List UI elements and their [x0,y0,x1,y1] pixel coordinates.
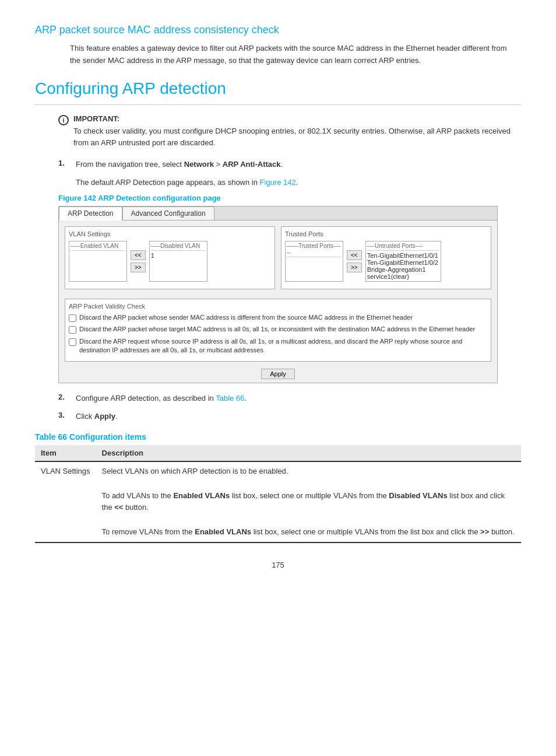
vlan-move-left-btn[interactable]: << [131,250,146,260]
untrusted-ports-listbox[interactable]: ----Untrusted Ports---- Ten-GigabitEther… [365,241,441,282]
arp-ui-body: VLAN Settings -----Enabled VLAN << >> --… [59,220,497,295]
validity-title: ARP Packet Validity Check [69,303,487,310]
untrusted-ports-label: ----Untrusted Ports---- [367,243,439,251]
desc-line-1: Select VLANs on which ARP detection is t… [102,467,288,475]
vlan-move-right-btn[interactable]: >> [131,262,146,272]
important-icon: i [58,115,69,125]
tab-arp-detection[interactable]: ARP Detection [59,206,122,220]
validity-section: ARP Packet Validity Check Discard the AR… [65,299,491,362]
config-table: Item Description VLAN Settings Select VL… [35,445,521,543]
untrusted-port-3: Bridge-Aggregation1 [367,266,439,273]
step-2-text: Configure ARP detection, as described in… [76,393,247,405]
vlan-settings-title: VLAN Settings [69,230,271,237]
validity-text-2: Discard the ARP packet whose target MAC … [79,325,475,334]
vlan-listboxes-row: -----Enabled VLAN << >> -----Disabled VL… [69,241,271,282]
disabled-vlan-item-1: 1 [151,252,206,259]
validity-checkbox-1[interactable] [69,314,76,322]
trusted-ports-title: Trusted Ports [285,230,487,237]
enabled-vlan-label: -----Enabled VLAN [71,243,125,251]
section-divider [35,104,521,105]
step-1-subtext: The default ARP Detection page appears, … [35,177,521,189]
important-label: IMPORTANT: [73,114,521,123]
trusted-ports-listbox[interactable]: ------Trusted Ports------ [285,241,343,282]
figure-142-link[interactable]: Figure 142 [260,178,296,187]
apply-row: Apply [59,365,497,383]
trusted-arrow-btns: << >> [347,241,362,282]
apply-button[interactable]: Apply [261,369,295,379]
section2-title: Configuring ARP detection [35,79,521,99]
arp-ui-tabs: ARP Detection Advanced Configuration [59,206,497,220]
validity-item-2: Discard the ARP packet whose target MAC … [69,325,487,334]
vlan-arrow-btns: << >> [131,241,146,282]
important-notice: i IMPORTANT: To check user validity, you… [35,114,521,150]
arp-detection-ui: ARP Detection Advanced Configuration VLA… [58,206,498,384]
validity-item-3: Discard the ARP request whose source IP … [69,337,487,355]
step-2: 2. Configure ARP detection, as described… [35,393,521,405]
col-description: Description [96,445,521,461]
step-1-text: From the navigation tree, select Network… [76,159,283,171]
vlan-settings-panel: VLAN Settings -----Enabled VLAN << >> --… [65,226,275,289]
step-2-num: 2. [58,393,70,405]
step-3-num: 3. [58,411,70,423]
step-1-num: 1. [58,159,70,171]
untrusted-port-2: Ten-GigabitEthernet1/0/2 [367,259,439,266]
tab-advanced-config[interactable]: Advanced Configuration [122,206,214,220]
trusted-move-right-btn[interactable]: >> [347,262,362,272]
untrusted-port-4: service1(clear) [367,273,439,280]
important-text: To check user validity, you must configu… [73,125,521,150]
disabled-vlan-label: -----Disabled VLAN [151,243,206,251]
step-3-text: Click Apply. [76,411,118,423]
section1-title: ARP packet source MAC address consistenc… [35,23,521,37]
trusted-ports-row: ------Trusted Ports------ << >> ----Untr… [285,241,487,282]
table-cell-description: Select VLANs on which ARP detection is t… [96,461,521,542]
validity-checkbox-2[interactable] [69,326,76,334]
trusted-move-left-btn[interactable]: << [347,250,362,260]
table-header-row: Item Description [35,445,521,461]
table-cell-item: VLAN Settings [35,461,96,542]
step-3: 3. Click Apply. [35,411,521,423]
table-66-link[interactable]: Table 66 [216,394,244,402]
step-1: 1. From the navigation tree, select Netw… [35,159,521,171]
col-item: Item [35,445,96,461]
important-content: IMPORTANT: To check user validity, you m… [73,114,521,150]
section1-intro: This feature enables a gateway device to… [35,43,521,67]
validity-checkbox-3[interactable] [69,338,76,346]
trusted-ports-label: ------Trusted Ports------ [287,243,342,257]
table-66-label: Table 66 Configuration items [35,432,521,442]
untrusted-port-1: Ten-GigabitEthernet1/0/1 [367,252,439,259]
validity-text-1: Discard the ARP packet whose sender MAC … [79,313,413,322]
figure-142-label: Figure 142 ARP Detection configuration p… [35,194,521,202]
validity-item-1: Discard the ARP packet whose sender MAC … [69,313,487,322]
desc-line-3: To remove VLANs from the Enabled VLANs l… [102,527,515,536]
validity-text-3: Discard the ARP request whose source IP … [79,337,487,355]
page-number: 175 [35,561,521,569]
disabled-vlan-listbox[interactable]: -----Disabled VLAN 1 [149,241,207,282]
trusted-ports-panel: Trusted Ports ------Trusted Ports------ … [281,226,491,289]
enabled-vlan-listbox[interactable]: -----Enabled VLAN [69,241,127,282]
table-row: VLAN Settings Select VLANs on which ARP … [35,461,521,542]
desc-line-2: To add VLANs to the Enabled VLANs list b… [102,491,505,512]
